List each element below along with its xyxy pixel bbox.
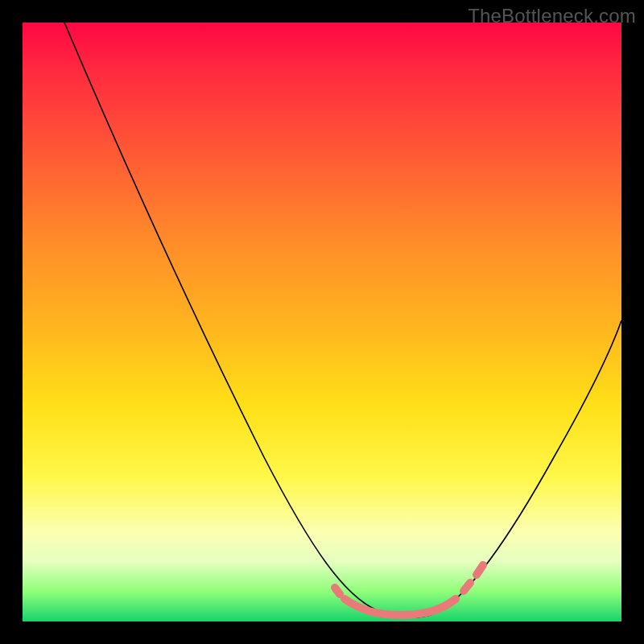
watermark-label: TheBottleneck.com <box>468 5 636 27</box>
optimal-range-marker-left-1 <box>335 588 340 594</box>
plot-area <box>23 23 621 621</box>
bottleneck-curve <box>64 23 621 617</box>
curve-svg <box>23 23 621 621</box>
optimal-range-marker-right-2 <box>477 565 483 575</box>
chart-container: TheBottleneck.com <box>0 0 644 644</box>
optimal-range-marker-right-1 <box>464 583 470 591</box>
